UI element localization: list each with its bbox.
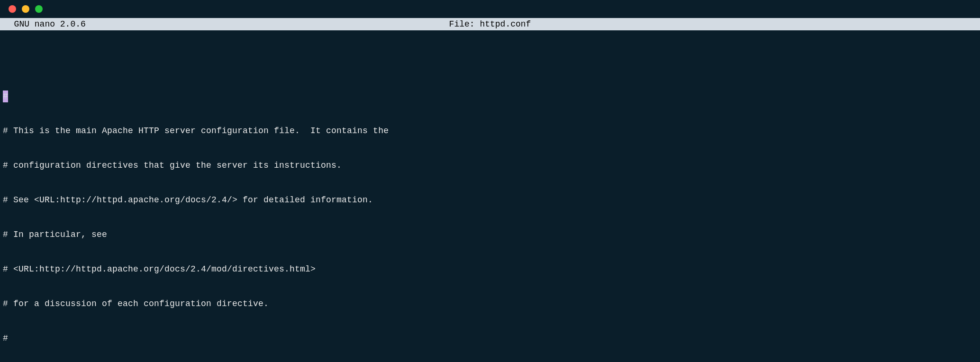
editor-line: # See <URL:http://httpd.apache.org/docs/…	[3, 194, 977, 206]
maximize-icon[interactable]	[35, 5, 43, 13]
editor-line: # This is the main Apache HTTP server co…	[3, 125, 977, 136]
cursor-icon: #	[3, 90, 8, 102]
terminal-window: GNU nano 2.0.6 File: httpd.conf # # This…	[0, 0, 980, 362]
editor-line: # <URL:http://httpd.apache.org/docs/2.4/…	[3, 263, 977, 275]
editor-area[interactable]: # # This is the main Apache HTTP server …	[0, 30, 980, 362]
nano-header: GNU nano 2.0.6 File: httpd.conf	[0, 18, 980, 30]
editor-blank-line	[3, 56, 977, 68]
close-icon[interactable]	[9, 5, 16, 13]
editor-line: # for a discussion of each configuration…	[3, 298, 977, 309]
file-name-label: File: httpd.conf	[449, 18, 531, 30]
editor-line: # configuration directives that give the…	[3, 160, 977, 171]
app-version-label: GNU nano 2.0.6	[4, 18, 86, 30]
editor-line: # In particular, see	[3, 229, 977, 240]
minimize-icon[interactable]	[22, 5, 29, 13]
window-titlebar	[0, 0, 980, 18]
editor-line: #	[3, 333, 977, 344]
editor-cursor-line: #	[3, 90, 977, 102]
